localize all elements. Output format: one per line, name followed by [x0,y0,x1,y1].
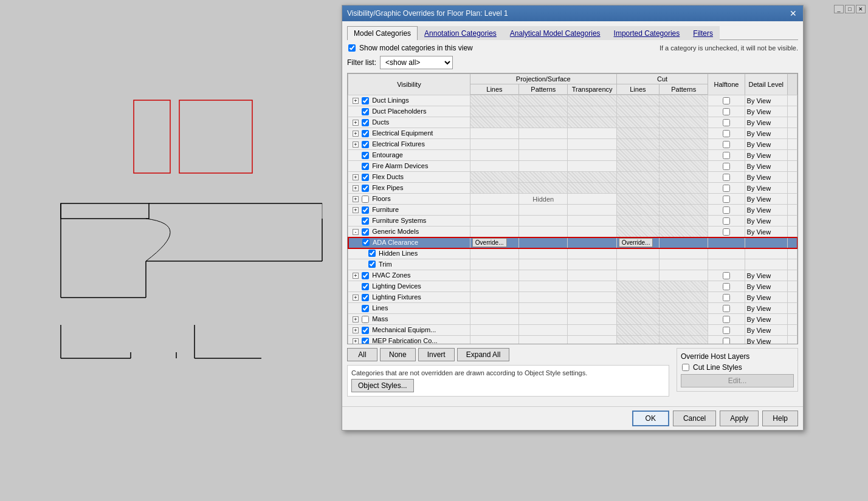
close-icon[interactable]: ✕ [788,9,798,18]
visibility-table: Visibility Projection/Surface Cut Halfto… [348,73,797,95]
table-row[interactable]: + Electrical Equipment By View [348,128,797,139]
tab-model-categories[interactable]: Model Categories [347,26,418,40]
none-button[interactable]: None [380,348,416,361]
dialog-titlebar: Visibility/Graphic Overrides for Floor P… [342,5,803,21]
lines-override-btn[interactable]: Override... [472,238,507,247]
override-host-title: Override Host Layers [681,352,794,361]
object-styles-button[interactable]: Object Styles... [351,379,414,392]
bottom-area: All None Invert Expand All Categories th… [347,348,798,397]
table-row[interactable]: Hidden Lines [348,248,797,259]
header-row: Show model categories in this view If a … [347,44,798,52]
dialog-content: Model Categories Annotation Categories A… [342,21,803,406]
col-header-transparency: Transparency [568,84,616,95]
filter-label: Filter list: [347,58,376,67]
cancel-button[interactable]: Cancel [673,411,716,426]
table-row[interactable]: Fire Alarm Devices By View [348,161,797,172]
left-bottom: All None Invert Expand All Categories th… [347,348,669,397]
col-header-halftone: Halftone [708,74,745,95]
expand-btn[interactable]: + [353,327,359,333]
window-controls: _ □ ✕ [834,5,866,13]
dialog-footer: OK Cancel Apply Help [342,406,803,430]
col-header-cut-patterns: Patterns [660,84,708,95]
filter-row: Filter list: <show all> [347,56,798,69]
override-host-layers: Override Host Layers Cut Line Styles Edi… [677,348,798,392]
table-row[interactable]: Furniture Systems By View [348,216,797,227]
col-header-detail: Detail Level [745,74,787,95]
expand-btn[interactable]: + [353,120,359,126]
expand-btn[interactable]: + [353,131,359,137]
info-text: Categories that are not overridden are d… [351,369,665,377]
visibility-table-body: + Duct Linings By View Duct Placeholders [348,95,797,344]
col-header-cut: Cut [616,74,708,84]
expand-btn[interactable]: + [353,174,359,180]
maximize-icon[interactable]: □ [845,5,855,13]
collapse-btn[interactable]: - [353,229,359,235]
col-header-projection: Projection/Surface [470,74,616,84]
svg-rect-1 [179,100,252,173]
table-row[interactable]: + Electrical Fixtures By View [348,139,797,150]
table-row[interactable]: + HVAC Zones By View [348,270,797,281]
expand-btn[interactable]: + [353,338,359,344]
svg-rect-2 [61,203,149,219]
expand-btn[interactable]: + [353,185,359,191]
ok-button[interactable]: OK [632,411,669,426]
minimize-icon[interactable]: _ [834,5,844,13]
filter-select[interactable]: <show all> [380,56,453,69]
dialog-title: Visibility/Graphic Overrides for Floor P… [347,9,508,18]
action-buttons: All None Invert Expand All [347,348,669,361]
all-button[interactable]: All [347,348,377,361]
invert-button[interactable]: Invert [418,348,455,361]
expand-btn[interactable]: + [353,141,359,148]
dialog: Visibility/Graphic Overrides for Floor P… [342,5,804,431]
table-row[interactable]: + Ducts By View [348,117,797,128]
expand-btn[interactable]: + [353,295,359,301]
show-model-label: Show model categories in this view [359,44,473,52]
expand-btn[interactable]: + [353,196,359,202]
table-row[interactable]: Entourage By View [348,150,797,161]
table-row[interactable]: + Flex Pipes By View [348,183,797,194]
table-row[interactable]: Lines By View [348,303,797,314]
table-row[interactable]: Duct Placeholders By View [348,106,797,117]
col-header-lines: Lines [470,84,518,95]
col-header-cut-lines: Lines [616,84,659,95]
col-header-visibility: Visibility [348,74,470,95]
apply-button[interactable]: Apply [720,411,759,426]
tab-bar: Model Categories Annotation Categories A… [347,26,798,40]
expand-all-button[interactable]: Expand All [457,348,510,361]
expand-btn[interactable]: + [353,98,359,104]
tab-filters[interactable]: Filters [686,26,720,40]
cut-line-styles-checkbox[interactable] [682,364,689,371]
table-row[interactable]: + Mass By View [348,314,797,325]
table-row[interactable]: + Mechanical Equipm... By View [348,325,797,336]
expand-btn[interactable]: + [353,207,359,213]
category-note: If a category is unchecked, it will not … [660,44,798,52]
table-row[interactable]: Lighting Devices By View [348,281,797,292]
table-row[interactable]: + Lighting Fixtures By View [348,292,797,303]
table-row[interactable]: + Floors Hidden By View [348,194,797,205]
col-header-patterns: Patterns [519,84,568,95]
svg-rect-0 [134,100,170,173]
table-row[interactable]: + MEP Fabrication Co... By View [348,336,797,344]
expand-btn[interactable]: + [353,273,359,279]
help-button[interactable]: Help [762,411,798,426]
tab-annotation-categories[interactable]: Annotation Categories [418,26,503,40]
table-row[interactable]: - Generic Models By View [348,227,797,237]
scroll-header [787,74,797,95]
visibility-table-container: Visibility Projection/Surface Cut Halfto… [347,73,798,344]
cut-line-styles-label: Cut Line Styles [693,363,742,372]
edit-button: Edit... [681,374,794,387]
tab-imported-categories[interactable]: Imported Categories [607,26,687,40]
table-body-scroll[interactable]: + Duct Linings By View Duct Placeholders [348,95,797,344]
table-row[interactable]: ADA Clearance Override... Override... [348,237,797,248]
info-box: Categories that are not overridden are d… [347,365,669,397]
app-close-icon[interactable]: ✕ [856,5,866,13]
table-row[interactable]: Trim [348,259,797,270]
expand-btn[interactable]: + [353,316,359,322]
table-row[interactable]: + Furniture By View [348,205,797,216]
show-model-check: Show model categories in this view [347,44,473,52]
table-row[interactable]: + Duct Linings By View [348,95,797,106]
table-row[interactable]: + Flex Ducts By View [348,172,797,183]
tab-analytical-categories[interactable]: Analytical Model Categories [503,26,607,40]
cut-override-btn[interactable]: Override... [619,238,653,247]
show-model-checkbox[interactable] [348,44,356,52]
